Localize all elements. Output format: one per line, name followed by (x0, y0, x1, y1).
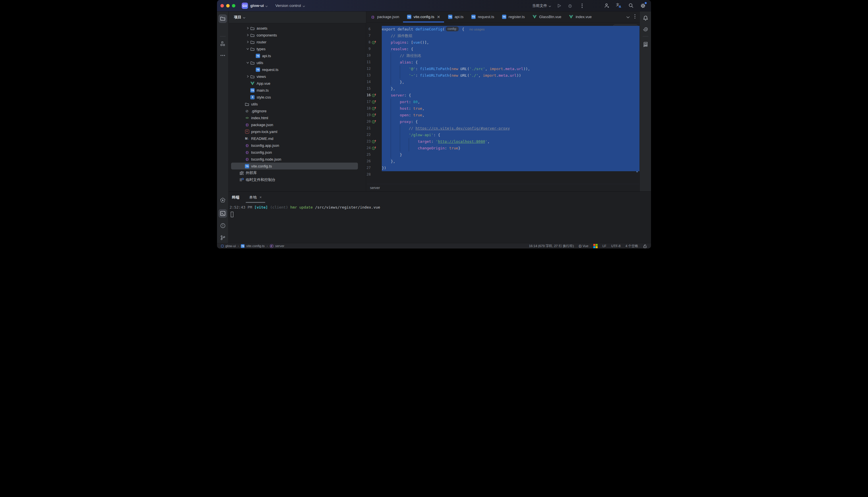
tree-item-vite.config.ts[interactable]: TSvite.config.ts (229, 162, 366, 170)
chevron-down-icon[interactable] (245, 61, 250, 64)
tree-item-router[interactable]: router (229, 39, 366, 45)
tree-item-style.css[interactable]: 3style.css (229, 94, 366, 101)
gutter-intention-icon[interactable]: I (372, 146, 376, 150)
editor-tab-request.ts[interactable]: TSrequest.ts (467, 12, 498, 22)
terminal-panel-title[interactable]: 终端 (232, 195, 239, 200)
code-editor[interactable]: 1 6export default defineConfig(config: {… (367, 23, 639, 184)
status-line-separator[interactable]: LF (603, 244, 606, 247)
gutter (371, 46, 382, 52)
tree-item-types[interactable]: types (229, 45, 366, 52)
tree-item-components[interactable]: components (229, 32, 366, 39)
status-encoding[interactable]: UTF-8 (611, 244, 621, 247)
tree-item-api.ts[interactable]: TSapi.ts (229, 52, 366, 59)
fullscreen-window-button[interactable] (232, 4, 235, 8)
project-tool-button[interactable] (218, 14, 227, 23)
status-crumb-server[interactable]: Pserver (270, 244, 284, 248)
tab-options-kebab-icon[interactable] (634, 14, 635, 20)
structure-tool-button[interactable] (218, 39, 227, 48)
gutter-intention-icon[interactable]: I (372, 113, 376, 117)
code-with-me-icon[interactable] (603, 2, 610, 9)
gutter-intention-icon[interactable]: I (372, 100, 376, 104)
tree-item-main.ts[interactable]: TSmain.ts (229, 87, 366, 94)
chevron-down-icon[interactable] (245, 47, 250, 50)
line-number: 16 (367, 92, 371, 99)
tree-item-临时文件和控制台[interactable]: 临时文件和控制台 (229, 176, 366, 183)
status-ms-plugin[interactable] (593, 244, 598, 248)
translate-icon[interactable]: 文A (615, 2, 622, 9)
tree-item-.gitignore[interactable]: ⊘.gitignore (229, 108, 366, 114)
search-everywhere-icon[interactable] (628, 2, 634, 9)
status-crumb-glow-ui[interactable]: glow-ui (221, 244, 236, 247)
gutter-intention-icon[interactable]: I (372, 139, 376, 144)
problems-tool-button[interactable] (218, 221, 227, 230)
code-line-text: changeOrigin: true} (382, 145, 639, 152)
notifications-bell-icon[interactable] (641, 14, 650, 23)
vcs-widget[interactable]: Version control (275, 3, 301, 8)
tree-item-README.md[interactable]: M↓README.md (229, 135, 366, 142)
tree-item-assets[interactable]: assets (229, 25, 366, 32)
tree-item-tsconfig.node.json[interactable]: { }tsconfig.node.json (229, 156, 366, 162)
terminal-output[interactable]: 2:52:43 PM [vite] (client) hmr update /s… (229, 203, 651, 243)
project-switcher[interactable]: glow-ui (250, 3, 264, 8)
dictionary-plugin-icon[interactable]: A (641, 40, 650, 49)
tree-item-index.html[interactable]: <>index.html (229, 114, 366, 121)
gutter-intention-icon[interactable]: I (372, 106, 376, 111)
debug-button[interactable] (567, 2, 574, 9)
code-vision-usages[interactable]: no usages (469, 28, 485, 31)
chevron-right-icon[interactable] (245, 33, 250, 37)
ai-assistant-icon[interactable] (641, 25, 650, 33)
terminal-tool-button[interactable] (218, 209, 227, 218)
hidden-tabs-chevron-icon[interactable] (626, 14, 630, 19)
run-configuration-widget[interactable]: 当前文件 (532, 3, 547, 8)
close-window-button[interactable] (220, 4, 224, 8)
editor-tab-register.ts[interactable]: TSregister.ts (498, 12, 528, 22)
project-panel-header[interactable]: 项目 (229, 12, 366, 23)
minimize-window-button[interactable] (226, 4, 230, 8)
git-tool-button[interactable] (218, 233, 227, 242)
gutter-intention-icon[interactable]: I (372, 119, 376, 124)
editor-tab-vite.config.ts[interactable]: TSvite.config.ts✕ (403, 12, 444, 22)
more-actions-button[interactable] (579, 2, 586, 9)
editor-breadcrumbs[interactable]: server (367, 184, 639, 191)
tree-item-label: main.ts (256, 88, 269, 93)
code-line-text: port: 80, (382, 99, 639, 105)
status-indent[interactable]: 4 个空格 (626, 244, 638, 248)
status-caret-position[interactable]: 16:14 (679 字符, 27 行 换行符) (529, 244, 574, 248)
editor-tab-package.json[interactable]: { }package.json (367, 12, 403, 22)
parameter-inlay-hint[interactable]: config: (446, 26, 458, 31)
tree-item-request.ts[interactable]: TSrequest.ts (229, 66, 366, 73)
tree-item-utils[interactable]: utils (229, 101, 366, 108)
folder-icon (250, 40, 255, 44)
close-icon[interactable]: × (260, 195, 262, 199)
terminal-tab-local[interactable]: 本地 × (247, 191, 264, 203)
typescript-file-icon: TS (255, 67, 260, 72)
gutter-intention-icon[interactable]: I (372, 40, 376, 44)
tree-item-label: vite.config.ts (251, 164, 272, 168)
chevron-right-icon[interactable] (245, 41, 250, 43)
tree-item-tsconfig.app.json[interactable]: { }tsconfig.app.json (229, 142, 366, 149)
tree-item-外部库[interactable]: 外部库 (229, 170, 366, 176)
status-crumb-vite.config.ts[interactable]: TSvite.config.ts (241, 244, 265, 248)
settings-gear-icon[interactable] (639, 2, 646, 9)
status-vue-context[interactable]: { }Vue (579, 244, 588, 247)
tree-item-pnpm-lock.yaml[interactable]: Ypnpm-lock.yaml (229, 128, 366, 135)
chevron-right-icon[interactable] (245, 75, 250, 78)
tree-item-App.vue[interactable]: App.vue (229, 80, 366, 87)
editor-tab-GlassBtn.vue[interactable]: GlassBtn.vue (528, 12, 565, 22)
tree-item-package.json[interactable]: { }package.json (229, 121, 366, 128)
gutter-intention-icon[interactable]: I (372, 93, 376, 97)
breadcrumb-item[interactable]: server (370, 186, 380, 190)
tree-item-tsconfig.json[interactable]: { }tsconfig.json (229, 149, 366, 156)
close-tab-icon[interactable]: ✕ (437, 15, 440, 19)
more-tool-windows-button[interactable] (218, 51, 227, 60)
services-tool-button[interactable] (218, 196, 227, 204)
gutter (371, 158, 382, 165)
editor-tab-index.vue[interactable]: index.vue (565, 12, 595, 22)
gutter (371, 131, 382, 138)
tree-item-views[interactable]: views (229, 73, 366, 80)
editor-tab-api.ts[interactable]: TSapi.ts (444, 12, 467, 22)
status-readonly-toggle[interactable] (643, 244, 647, 248)
chevron-right-icon[interactable] (245, 27, 250, 30)
run-button[interactable] (556, 2, 563, 9)
tree-item-utils[interactable]: utils (229, 59, 366, 66)
